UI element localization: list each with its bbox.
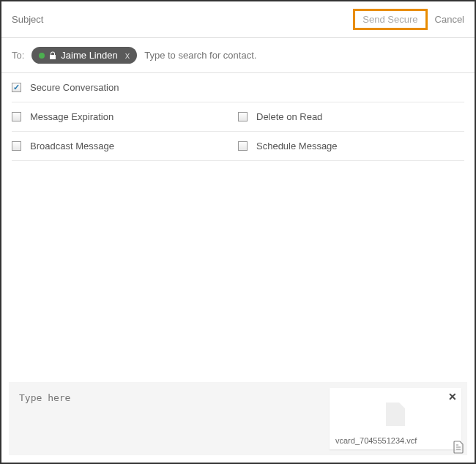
broadcast-message-label: Broadcast Message [30, 141, 114, 151]
option-cell: Schedule Message [238, 141, 464, 151]
header-bar: Send Secure Cancel [1, 1, 475, 38]
option-row: Message Expiration Delete on Read [12, 102, 464, 132]
close-icon[interactable]: ✕ [448, 391, 457, 403]
send-secure-button[interactable]: Send Secure [353, 9, 427, 30]
option-row: Broadcast Message Schedule Message [12, 132, 464, 161]
delete-on-read-label: Delete on Read [256, 111, 322, 122]
contact-search-input[interactable] [144, 50, 464, 61]
message-input[interactable] [9, 382, 330, 455]
options-area: Secure Conversation Message Expiration D… [1, 73, 475, 161]
broadcast-message-checkbox[interactable] [12, 141, 21, 151]
schedule-message-checkbox[interactable] [238, 141, 248, 151]
option-cell: Message Expiration [12, 111, 238, 122]
attach-file-icon[interactable] [453, 441, 464, 454]
secure-conversation-label: Secure Conversation [30, 82, 119, 93]
schedule-message-label: Schedule Message [256, 141, 338, 151]
compose-area: ✕ vcard_7045551234.vcf [9, 382, 467, 455]
message-expiration-checkbox[interactable] [12, 112, 21, 121]
contact-name: Jaime Linden [61, 50, 117, 61]
attachment-filename: vcard_7045551234.vcf [335, 436, 455, 445]
delete-on-read-checkbox[interactable] [238, 112, 248, 121]
attachment-card[interactable]: ✕ vcard_7045551234.vcf [330, 388, 461, 449]
cancel-button[interactable]: Cancel [435, 14, 464, 25]
subject-input[interactable] [12, 14, 158, 25]
secure-conversation-checkbox[interactable] [12, 83, 21, 92]
option-row: Secure Conversation [12, 73, 464, 102]
message-expiration-label: Message Expiration [30, 111, 114, 122]
status-dot-icon [39, 53, 45, 59]
to-label: To: [12, 50, 24, 61]
option-cell: Broadcast Message [12, 141, 238, 151]
lock-icon [49, 51, 56, 60]
contact-pill[interactable]: Jaime Linden x [31, 47, 137, 64]
remove-contact-button[interactable]: x [125, 50, 130, 61]
to-row: To: Jaime Linden x [1, 38, 475, 73]
header-actions: Send Secure Cancel [353, 9, 464, 30]
option-cell: Secure Conversation [12, 82, 238, 93]
option-cell: Delete on Read [238, 111, 464, 122]
file-icon-area [335, 392, 455, 436]
file-icon [386, 403, 405, 426]
